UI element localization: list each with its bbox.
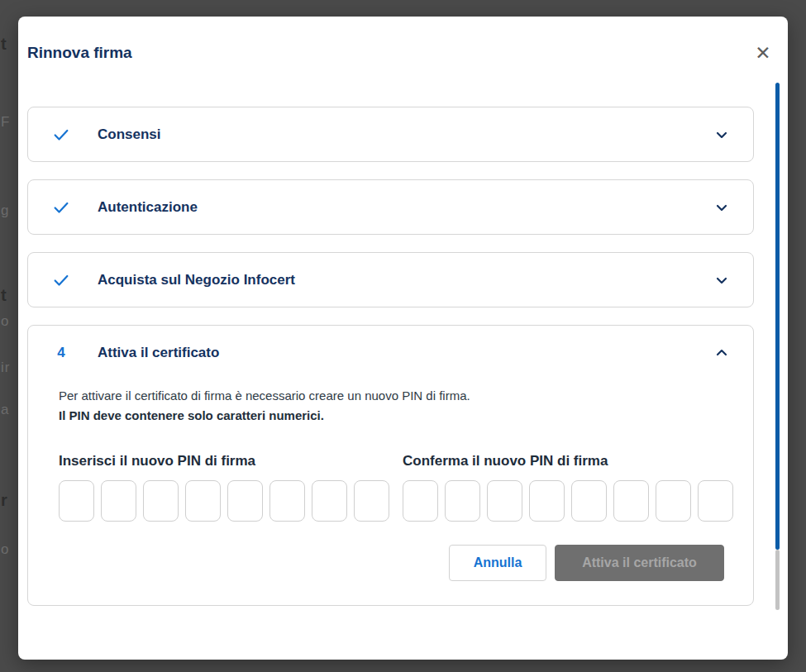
confirm-pin-digit-7[interactable]	[656, 480, 691, 522]
accordion-step-autenticazione: Autenticazione	[27, 179, 754, 235]
confirm-pin-label: Conferma il nuovo PIN di firma	[403, 453, 733, 469]
modal-title: Rinnova firma	[27, 44, 132, 62]
attiva-certificato-body: Per attivare il certificato di firma è n…	[28, 379, 753, 605]
backdrop-text-fragment: t	[1, 35, 7, 54]
backdrop-text-fragment: a	[1, 402, 9, 418]
accordion-step-autenticazione-header[interactable]: Autenticazione	[28, 180, 753, 234]
accordion-step-consensi: Consensi	[27, 107, 754, 162]
scrollbar-track[interactable]	[775, 550, 780, 610]
accordion-step-acquista-header[interactable]: Acquista sul Negozio Infocert	[28, 253, 753, 307]
step-label: Acquista sul Negozio Infocert	[98, 272, 295, 288]
backdrop-text-fragment: ir	[1, 360, 10, 376]
confirm-pin-digit-6[interactable]	[613, 480, 649, 522]
chevron-up-icon	[713, 345, 730, 361]
new-pin-digit-3[interactable]	[143, 480, 179, 522]
cancel-button[interactable]: Annulla	[449, 545, 546, 581]
accordion-step-acquista: Acquista sul Negozio Infocert	[27, 252, 754, 307]
backdrop-text-fragment: g	[1, 203, 9, 219]
confirm-pin-digit-5[interactable]	[571, 480, 607, 522]
new-pin-digit-6[interactable]	[269, 480, 305, 522]
pin-instructions: Per attivare il certificato di firma è n…	[59, 386, 732, 426]
confirm-pin-inputs	[403, 480, 733, 522]
step-label: Autenticazione	[98, 199, 198, 216]
new-pin-label: Inserisci il nuovo PIN di firma	[59, 453, 389, 469]
confirm-pin-digit-8[interactable]	[698, 480, 733, 522]
accordion-step-attiva-certificato-header[interactable]: 4 Attiva il certificato	[28, 326, 753, 379]
new-pin-digit-5[interactable]	[227, 480, 263, 522]
confirm-pin-digit-2[interactable]	[445, 480, 480, 522]
steps-accordion: Consensi Autenticazione	[27, 107, 754, 606]
button-row: Annulla Attiva il certificato	[59, 545, 732, 581]
backdrop-text-fragment: t	[1, 286, 7, 305]
new-pin-digit-1[interactable]	[59, 480, 94, 522]
new-pin-digit-7[interactable]	[312, 480, 347, 522]
step-number: 4	[52, 345, 70, 361]
new-pin-group: Inserisci il nuovo PIN di firma	[59, 453, 389, 522]
new-pin-digit-2[interactable]	[101, 480, 136, 522]
accordion-step-consensi-header[interactable]: Consensi	[28, 107, 753, 161]
check-icon	[52, 126, 70, 144]
chevron-down-icon	[713, 199, 730, 216]
backdrop-text-fragment: r	[1, 491, 8, 510]
chevron-down-icon	[713, 126, 730, 143]
backdrop-text-fragment: o	[1, 541, 9, 558]
new-pin-inputs	[59, 480, 389, 522]
pin-instructions-line1: Per attivare il certificato di firma è n…	[59, 386, 732, 406]
chevron-down-icon	[713, 272, 730, 288]
backdrop-text-fragment: o	[1, 313, 9, 330]
new-pin-digit-8[interactable]	[354, 480, 389, 522]
scrollbar-thumb[interactable]	[775, 83, 780, 550]
confirm-pin-digit-3[interactable]	[487, 480, 522, 522]
step-label: Attiva il certificato	[98, 345, 219, 361]
activate-certificate-button[interactable]: Attiva il certificato	[555, 545, 724, 581]
check-icon	[52, 198, 70, 217]
pin-instructions-line2: Il PIN deve contenere solo caratteri num…	[59, 406, 732, 426]
backdrop-text-fragment: F	[1, 114, 10, 131]
confirm-pin-digit-4[interactable]	[529, 480, 565, 522]
step-label: Consensi	[98, 126, 161, 143]
pin-area: Inserisci il nuovo PIN di firma	[59, 453, 732, 522]
new-pin-digit-4[interactable]	[185, 480, 221, 522]
confirm-pin-group: Conferma il nuovo PIN di firma	[403, 453, 733, 522]
renew-signature-modal: Rinnova firma ✕ Consensi Autenticaz	[18, 17, 788, 660]
accordion-step-attiva-certificato: 4 Attiva il certificato Per attivare il …	[27, 325, 754, 606]
confirm-pin-digit-1[interactable]	[403, 480, 438, 522]
close-icon[interactable]: ✕	[750, 40, 776, 66]
check-icon	[52, 271, 70, 289]
